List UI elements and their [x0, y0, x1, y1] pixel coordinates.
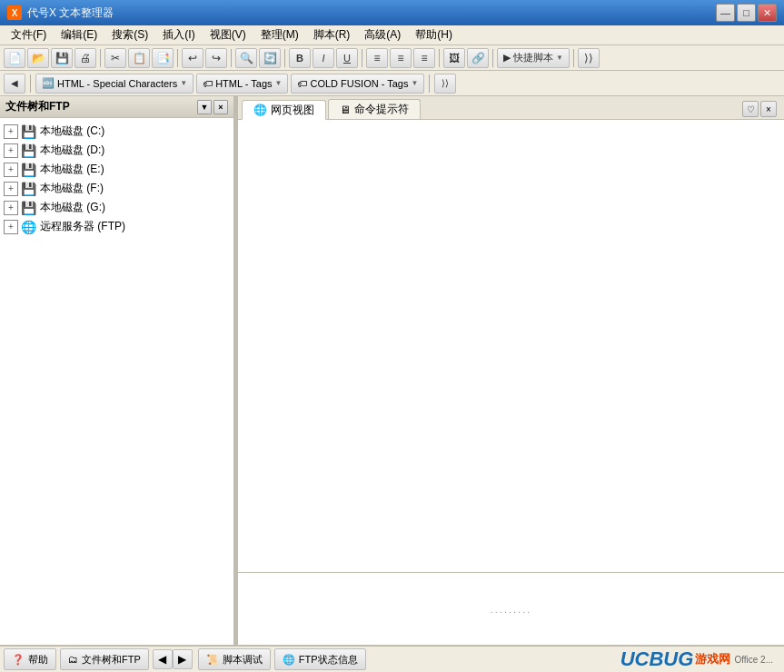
expand-d[interactable]: +: [4, 143, 18, 158]
tree-label-f: 本地磁盘 (F:): [40, 181, 104, 196]
tree-label-d: 本地磁盘 (D:): [40, 143, 104, 158]
quickscript-icon: ▶: [503, 52, 511, 64]
app-icon: X: [7, 5, 22, 20]
tree-item-d[interactable]: + 💾 本地磁盘 (D:): [0, 141, 233, 160]
menu-view[interactable]: 视图(V): [203, 25, 253, 44]
menu-search[interactable]: 搜索(S): [104, 25, 155, 44]
status-bar: ❓ 帮助 🗂 文件树和FTP ◀ ▶ 📜 脚本调试 🌐 FTP状态信息 UCBU…: [0, 645, 784, 672]
drive-icon-e: 💾: [20, 163, 36, 177]
expand-c[interactable]: +: [4, 124, 18, 139]
expand-f[interactable]: +: [4, 182, 18, 196]
html-tags-icon: 🏷: [203, 78, 213, 89]
ucbug-sub: 游戏网: [695, 651, 730, 667]
replace-btn[interactable]: 🔄: [259, 48, 281, 68]
ftp-status-btn[interactable]: 🌐 FTP状态信息: [274, 648, 366, 670]
minimize-button[interactable]: —: [716, 4, 735, 22]
tree-item-ftp[interactable]: + 🌐 远程服务器 (FTP): [0, 217, 233, 236]
script-debug-btn[interactable]: 📜 脚本调试: [198, 648, 271, 670]
script-debug-icon: 📜: [206, 654, 219, 666]
html-special-label: HTML - Special Characters: [57, 78, 177, 89]
left-panel-header: 文件树和FTP ▼ ×: [0, 96, 233, 118]
menu-insert[interactable]: 插入(I): [155, 25, 202, 44]
filetree-status-btn[interactable]: 🗂 文件树和FTP: [60, 648, 149, 670]
cold-fusion-arrow: ▼: [411, 79, 418, 87]
italic-btn[interactable]: I: [313, 48, 334, 68]
cmd-tab-icon: 🖥: [340, 104, 351, 116]
align-right-btn[interactable]: ≡: [413, 48, 435, 68]
nav-back-btn[interactable]: ◀: [4, 74, 25, 94]
bold-btn[interactable]: B: [289, 48, 311, 68]
copy-btn[interactable]: 📋: [128, 48, 150, 68]
new-file-btn[interactable]: 📄: [4, 48, 25, 68]
tab-fav-btn[interactable]: ♡: [742, 101, 759, 117]
html-special-btn[interactable]: 🔤 HTML - Special Characters ▼: [35, 74, 194, 94]
tab-close-btn[interactable]: ×: [760, 101, 777, 117]
nav-prev-btn[interactable]: ◀: [153, 649, 173, 669]
tree-label-c: 本地磁盘 (C:): [40, 124, 104, 139]
webview-tab-label: 网页视图: [271, 103, 314, 118]
link-btn[interactable]: 🔗: [467, 48, 489, 68]
menu-advanced[interactable]: 高级(A): [357, 25, 408, 44]
sep6: [439, 49, 440, 67]
cmd-tab-label: 命令提示符: [354, 102, 409, 117]
menu-edit[interactable]: 编辑(E): [54, 25, 104, 44]
left-panel: 文件树和FTP ▼ × + 💾 本地磁盘 (C:) + 💾 本地磁盘 (D:) …: [0, 96, 234, 645]
cold-fusion-btn[interactable]: 🏷 COLD FUSION - Tags ▼: [291, 74, 424, 94]
tree-item-c[interactable]: + 💾 本地磁盘 (C:): [0, 122, 233, 141]
tree-label-ftp: 远程服务器 (FTP): [40, 219, 125, 234]
expand-e[interactable]: +: [4, 163, 18, 177]
align-left-btn[interactable]: ≡: [366, 48, 388, 68]
panel-controls: ▼ ×: [197, 100, 228, 114]
nav-next-btn[interactable]: ▶: [173, 649, 193, 669]
toolbar2: ◀ 🔤 HTML - Special Characters ▼ 🏷 HTML -…: [0, 71, 784, 96]
html-tags-btn[interactable]: 🏷 HTML - Tags ▼: [196, 74, 288, 94]
close-button[interactable]: ✕: [758, 4, 777, 22]
filetree-status-label: 文件树和FTP: [82, 653, 141, 667]
open-btn[interactable]: 📂: [27, 48, 49, 68]
tree-item-f[interactable]: + 💾 本地磁盘 (F:): [0, 179, 233, 198]
maximize-button[interactable]: □: [737, 4, 756, 22]
img-btn[interactable]: 🖼: [443, 48, 465, 68]
paste-btn[interactable]: 📑: [152, 48, 174, 68]
sep2: [177, 49, 178, 67]
tree-item-g[interactable]: + 💾 本地磁盘 (G:): [0, 198, 233, 217]
tab-bar: 🌐 网页视图 🖥 命令提示符 ♡ ×: [238, 96, 784, 120]
tab-webview[interactable]: 🌐 网页视图: [242, 100, 326, 120]
misc-t2-btn[interactable]: ⟩⟩: [434, 74, 456, 94]
sep-t2-1: [30, 74, 31, 93]
panel-dropdown-btn[interactable]: ▼: [197, 100, 212, 114]
panel-close-btn[interactable]: ×: [213, 100, 228, 114]
cold-fusion-icon: 🏷: [297, 78, 307, 89]
tab-cmd[interactable]: 🖥 命令提示符: [328, 99, 421, 119]
cut-btn[interactable]: ✂: [104, 48, 126, 68]
html-tags-label: HTML - Tags: [215, 78, 272, 89]
redo-btn[interactable]: ↪: [205, 48, 227, 68]
expand-g[interactable]: +: [4, 201, 18, 215]
menu-file[interactable]: 文件(F): [4, 25, 54, 44]
menu-script[interactable]: 脚本(R): [306, 25, 358, 44]
html-tags-arrow: ▼: [275, 79, 283, 87]
menu-organize[interactable]: 整理(M): [253, 25, 306, 44]
print-btn[interactable]: 🖨: [74, 48, 96, 68]
underline-btn[interactable]: U: [336, 48, 358, 68]
undo-btn[interactable]: ↩: [182, 48, 203, 68]
drive-icon-c: 💾: [20, 124, 36, 139]
menu-help[interactable]: 帮助(H): [408, 25, 460, 44]
align-center-btn[interactable]: ≡: [390, 48, 412, 68]
find-btn[interactable]: 🔍: [235, 48, 257, 68]
expand-ftp[interactable]: +: [4, 220, 18, 234]
sep8: [573, 49, 574, 67]
window-title: 代号X 文本整理器: [27, 5, 716, 21]
title-bar: X 代号X 文本整理器 — □ ✕: [0, 0, 784, 25]
quickscript-label: 快捷脚本: [513, 51, 553, 64]
webview-tab-icon: 🌐: [253, 104, 267, 116]
quickscript-btn[interactable]: ▶ 快捷脚本 ▼: [497, 48, 570, 68]
misc-btn1[interactable]: ⟩⟩: [578, 48, 600, 68]
window-controls: — □ ✕: [716, 4, 777, 22]
tree-item-e[interactable]: + 💾 本地磁盘 (E:): [0, 160, 233, 179]
drive-icon-f: 💾: [20, 182, 36, 196]
save-btn[interactable]: 💾: [51, 48, 73, 68]
help-status-label: 帮助: [28, 653, 48, 667]
sep5: [362, 49, 362, 67]
help-status-btn[interactable]: ❓ 帮助: [4, 648, 56, 670]
